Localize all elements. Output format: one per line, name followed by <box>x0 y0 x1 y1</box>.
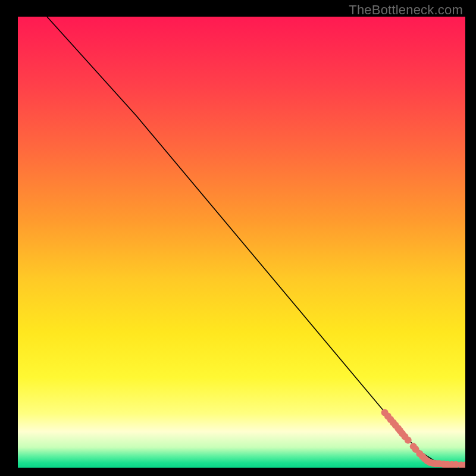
watermark-text: TheBottleneck.com <box>349 2 463 18</box>
chart-container: TheBottleneck.com <box>0 0 476 476</box>
plot-area <box>18 17 465 468</box>
chart-svg <box>18 17 465 468</box>
data-point <box>405 437 412 444</box>
gradient-background <box>18 17 465 468</box>
